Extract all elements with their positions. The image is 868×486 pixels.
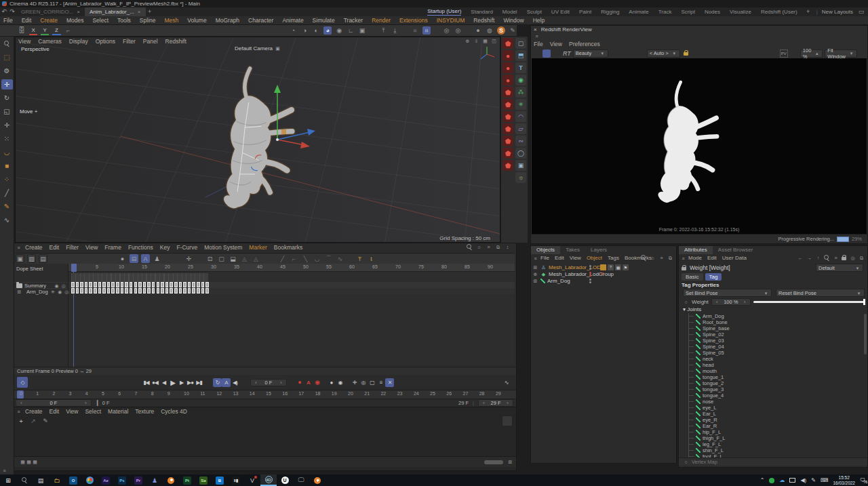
- spline-pen-icon[interactable]: ✎: [1, 201, 13, 211]
- menu-item[interactable]: Extensions: [399, 17, 428, 24]
- tray-expand-icon[interactable]: ⌃: [760, 477, 765, 483]
- keyframe[interactable]: [71, 288, 75, 293]
- loop-button[interactable]: ↻: [213, 378, 222, 387]
- viewport-minimize-icon[interactable]: [473, 38, 479, 44]
- expand-icon[interactable]: [532, 271, 538, 277]
- keyframe[interactable]: [94, 288, 97, 293]
- history-icon[interactable]: [18, 26, 26, 35]
- joint-list-item[interactable]: tongue_4: [689, 392, 851, 399]
- render-settings-gear-icon[interactable]: [859, 49, 867, 58]
- axis-x-lock-button[interactable]: X: [29, 26, 37, 35]
- keyframe[interactable]: [170, 288, 173, 293]
- region-tool-icon[interactable]: ⊡: [205, 254, 214, 263]
- keyframe[interactable]: [147, 288, 151, 293]
- record-parameter-icon[interactable]: ≡: [376, 378, 385, 387]
- camera-icon[interactable]: [275, 45, 281, 52]
- keyframe-ring-button[interactable]: ◉: [336, 378, 344, 387]
- tweak-tool-icon[interactable]: ⚙: [1, 66, 13, 76]
- lock-panel-icon[interactable]: [842, 255, 847, 261]
- add-material-icon[interactable]: [17, 417, 25, 425]
- keyframe[interactable]: [174, 282, 178, 287]
- keyframe[interactable]: [71, 282, 75, 287]
- keyframe[interactable]: [165, 288, 169, 293]
- bucket-grid-icon[interactable]: [692, 49, 701, 58]
- arm-dog-keyframes[interactable]: [71, 288, 209, 293]
- ease-in-icon[interactable]: ◡: [313, 254, 321, 263]
- axis-y-lock-button[interactable]: Y: [41, 26, 49, 35]
- objects-menu-item[interactable]: View: [570, 255, 581, 261]
- attributes-search-icon[interactable]: [824, 255, 830, 261]
- app-blue-icon[interactable]: B: [212, 474, 228, 486]
- objects-menu-item[interactable]: Edit: [555, 255, 564, 261]
- joint-list-item[interactable]: leg_F_L: [689, 441, 851, 447]
- track-mute-icon[interactable]: [64, 289, 70, 295]
- keyframe[interactable]: [138, 288, 142, 293]
- menu-item[interactable]: Tools: [117, 17, 131, 24]
- move-gizmo[interactable]: [224, 82, 333, 163]
- ring-tool-icon[interactable]: [486, 26, 494, 35]
- clip-tool-icon[interactable]: ▢: [217, 254, 226, 263]
- attributes-hamburger-icon[interactable]: [680, 256, 686, 262]
- goto-start-button[interactable]: ▮◀: [142, 378, 151, 387]
- record-scale-icon[interactable]: ▢: [368, 378, 376, 387]
- keyframe[interactable]: [170, 282, 173, 287]
- material-menu-item[interactable]: Texture: [135, 408, 154, 415]
- material-menu-item[interactable]: View: [66, 408, 78, 415]
- layout-toggle-icon[interactable]: [857, 8, 865, 16]
- viewport-split-icon[interactable]: [491, 38, 497, 44]
- upload-material-icon[interactable]: [29, 417, 37, 425]
- subtab-basic[interactable]: Basic: [682, 273, 703, 281]
- joint-list-item[interactable]: eye_L: [689, 405, 851, 411]
- material-menu-item[interactable]: Material: [108, 408, 128, 415]
- layout-tab[interactable]: Redshift (User): [761, 9, 797, 15]
- scale-tool-icon[interactable]: ◱: [1, 106, 13, 117]
- collapsed-track-keys[interactable]: [71, 273, 208, 282]
- layout-tab[interactable]: Animate: [629, 9, 648, 15]
- layout-tab[interactable]: Track: [658, 9, 672, 15]
- attributes-menu-item[interactable]: Mode: [688, 255, 702, 261]
- layout-tab[interactable]: Rigging: [601, 9, 619, 15]
- visibility-dots[interactable]: [589, 279, 591, 283]
- keyframe[interactable]: [98, 288, 102, 293]
- teams-icon[interactable]: ♟: [146, 474, 163, 486]
- reset-bind-pose-dropdown[interactable]: Reset Bind Pose: [776, 289, 865, 297]
- keyframe[interactable]: [130, 288, 133, 293]
- goto-end-button[interactable]: ▶▮: [195, 378, 203, 387]
- joint-list-item[interactable]: tongue_3: [689, 386, 851, 392]
- expand-icon[interactable]: [16, 289, 22, 295]
- snap-3d-icon[interactable]: [442, 26, 450, 35]
- new-tab-button[interactable]: +: [146, 8, 154, 16]
- timeline-menu-item[interactable]: Edit: [50, 244, 60, 251]
- viewport-menu-item[interactable]: Cameras: [38, 38, 61, 45]
- record-pla-icon[interactable]: ✕: [385, 378, 394, 387]
- objects-menu-item[interactable]: File: [540, 255, 549, 261]
- redshift-proxy-icon[interactable]: [502, 87, 513, 98]
- record-position-icon[interactable]: ✛: [350, 378, 359, 387]
- set-bind-pose-dropdown[interactable]: Set Bind Pose: [683, 289, 772, 297]
- material-menu-item[interactable]: Select: [85, 408, 101, 415]
- doc-tab-green-corridor[interactable]: GREEN_CORRIDO... ×: [16, 7, 85, 16]
- keyframe[interactable]: [116, 288, 119, 293]
- timeline-menu-item[interactable]: Key: [160, 244, 170, 251]
- spinner-up-icon[interactable]: [278, 380, 284, 386]
- picture-viewer-icon[interactable]: PV: [780, 49, 788, 58]
- keyframe[interactable]: [165, 282, 169, 287]
- sculpt-tool-icon[interactable]: ∿: [1, 215, 13, 225]
- keyframe[interactable]: [98, 282, 102, 287]
- keyframe[interactable]: [125, 282, 128, 287]
- pen-icon[interactable]: ✎: [811, 477, 816, 483]
- timeline-scroll-icon[interactable]: [505, 244, 511, 250]
- menu-item[interactable]: Volume: [187, 17, 206, 24]
- joints-scrollbar[interactable]: [864, 314, 867, 355]
- close-tab-icon[interactable]: ×: [77, 9, 80, 15]
- keyframe[interactable]: [161, 282, 164, 287]
- viewport-menu-item[interactable]: Redshift: [165, 38, 186, 45]
- fcurve-editor-icon[interactable]: ∿: [502, 378, 511, 387]
- viewport-options-icon[interactable]: [465, 38, 471, 44]
- keyframe[interactable]: [143, 288, 146, 293]
- viewport-menu-item[interactable]: Display: [69, 38, 88, 45]
- pixel-target-icon[interactable]: [739, 49, 747, 58]
- live-selection-tool-icon[interactable]: ⬚: [1, 52, 13, 62]
- timeline-menu-item[interactable]: Functions: [128, 244, 153, 251]
- sky-icon[interactable]: ◯: [515, 148, 526, 159]
